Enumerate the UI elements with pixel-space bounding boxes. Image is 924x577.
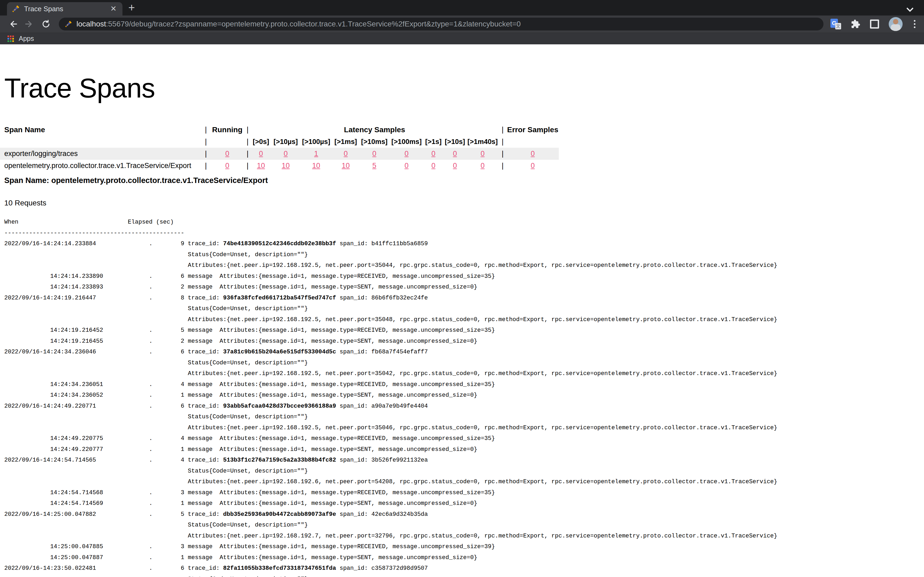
reload-button[interactable] bbox=[40, 18, 52, 30]
column-separator: | bbox=[202, 150, 210, 158]
summary-header-row: Span Name | Running | Latency Samples | … bbox=[0, 124, 559, 136]
tab-title: Trace Spans bbox=[24, 5, 109, 13]
latency-count-link[interactable]: 0 bbox=[404, 162, 409, 169]
running-count-cell: 0 bbox=[210, 150, 245, 158]
tab-strip: Trace Spans ✕ + bbox=[0, 0, 924, 16]
latency-count-cell: 0 bbox=[389, 162, 423, 170]
translate-wen: 文 bbox=[835, 23, 841, 29]
latency-count-link[interactable]: 0 bbox=[431, 150, 435, 158]
col-header-running: Running bbox=[210, 126, 245, 134]
url-origin: localhost bbox=[76, 20, 106, 28]
url-text: localhost:55679/debug/tracez?zspanname=o… bbox=[76, 20, 521, 28]
opentelemetry-favicon bbox=[65, 20, 72, 28]
latency-count-link[interactable]: 0 bbox=[480, 162, 485, 169]
latency-bucket-label: [>10ms] bbox=[359, 137, 389, 146]
latency-bucket-label: [>10s] bbox=[443, 137, 467, 146]
url-path: :55679/debug/tracez?zspanname=openteleme… bbox=[106, 20, 521, 28]
browser-tab[interactable]: Trace Spans ✕ bbox=[7, 2, 123, 16]
opentelemetry-favicon bbox=[12, 5, 20, 13]
latency-count-cell: 0 bbox=[467, 150, 499, 158]
side-panel-icon[interactable] bbox=[870, 19, 879, 29]
col-header-latency-samples: Latency Samples bbox=[250, 126, 499, 134]
back-button[interactable] bbox=[7, 18, 19, 30]
span-name-cell: exporter/logging/traces bbox=[0, 150, 202, 158]
latency-count-cell: 10 bbox=[250, 162, 271, 170]
latency-count-cell: 0 bbox=[443, 150, 467, 158]
latency-count-link[interactable]: 0 bbox=[404, 150, 409, 158]
latency-counts: 001000000 bbox=[250, 150, 499, 158]
latency-bucket-label: [>0s] bbox=[250, 137, 271, 146]
forward-button[interactable] bbox=[24, 18, 35, 30]
selected-span-heading: Span Name: opentelemetry.proto.collector… bbox=[4, 176, 924, 185]
latency-count-link[interactable]: 1 bbox=[314, 150, 318, 158]
error-count-link[interactable]: 0 bbox=[531, 162, 535, 169]
latency-count-link[interactable]: 0 bbox=[372, 150, 376, 158]
latency-bucket-label: [>100ms] bbox=[389, 137, 423, 146]
translate-icon[interactable]: G 文 bbox=[830, 19, 841, 29]
bookmarks-bar: Apps bbox=[0, 32, 924, 44]
span-summary-row: exporter/logging/traces|0|001000000|0 bbox=[0, 148, 559, 160]
trace-id: 74be418390512c42346cddb02e38bb3f bbox=[223, 240, 336, 247]
latency-count-link[interactable]: 0 bbox=[284, 150, 288, 158]
latency-count-link[interactable]: 10 bbox=[312, 162, 320, 169]
column-separator: | bbox=[499, 126, 507, 134]
latency-count-cell: 10 bbox=[332, 162, 359, 170]
column-separator: | bbox=[202, 162, 210, 170]
latency-bucket-label: [>100µs] bbox=[300, 137, 332, 146]
latency-count-link[interactable]: 10 bbox=[342, 162, 350, 169]
latency-count-link[interactable]: 5 bbox=[372, 162, 376, 169]
running-count-cell: 0 bbox=[210, 162, 245, 170]
browser-toolbar: localhost:55679/debug/tracez?zspanname=o… bbox=[0, 16, 924, 32]
trace-id: 82fa11055b338efcd733187347651fda bbox=[223, 565, 336, 572]
latency-counts: 1010101050000 bbox=[250, 162, 499, 170]
summary-bucket-header-row: | | [>0s][>10µs][>100µs][>1ms][>10ms][>1… bbox=[0, 136, 559, 148]
bookmark-apps[interactable]: Apps bbox=[19, 35, 34, 42]
profile-avatar[interactable] bbox=[889, 17, 903, 31]
latency-count-link[interactable]: 10 bbox=[257, 162, 265, 169]
latency-bucket-label: [>1ms] bbox=[332, 137, 359, 146]
address-bar[interactable]: localhost:55679/debug/tracez?zspanname=o… bbox=[59, 18, 824, 31]
tracez-page: Trace Spans Span Name | Running | Latenc… bbox=[0, 44, 924, 577]
latency-count-cell: 10 bbox=[271, 162, 300, 170]
latency-count-cell: 0 bbox=[443, 162, 467, 170]
column-separator: | bbox=[245, 162, 250, 170]
span-summary-row: opentelemetry.proto.collector.trace.v1.T… bbox=[0, 160, 559, 172]
new-tab-button[interactable]: + bbox=[128, 2, 135, 13]
latency-bucket-label: [>1s] bbox=[423, 137, 443, 146]
latency-bucket-labels: [>0s][>10µs][>100µs][>1ms][>10ms][>100ms… bbox=[250, 137, 499, 146]
latency-count-link[interactable]: 0 bbox=[431, 162, 435, 169]
latency-count-link[interactable]: 10 bbox=[281, 162, 289, 169]
column-separator: | bbox=[245, 126, 250, 134]
column-separator: | bbox=[245, 137, 250, 146]
error-count-link[interactable]: 0 bbox=[531, 150, 535, 158]
latency-count-cell: 0 bbox=[423, 162, 443, 170]
latency-count-link[interactable]: 0 bbox=[453, 150, 457, 158]
latency-count-cell: 5 bbox=[359, 162, 389, 170]
tab-close-icon[interactable]: ✕ bbox=[109, 4, 118, 14]
requests-log: When Elapsed (sec) ---------------------… bbox=[4, 217, 924, 577]
tab-search-chevron-icon[interactable] bbox=[908, 5, 913, 11]
column-separator: | bbox=[202, 137, 210, 146]
latency-count-cell: 0 bbox=[250, 150, 271, 158]
summary-rows: exporter/logging/traces|0|001000000|0ope… bbox=[0, 148, 559, 172]
trace-id: 936fa38fcfed661712ba547f5ed747cf bbox=[223, 295, 336, 301]
page-title: Trace Spans bbox=[4, 73, 924, 104]
latency-count-link[interactable]: 0 bbox=[259, 150, 263, 158]
trace-id: 37a81c9b615b204a6e515df533004d5c bbox=[223, 348, 336, 355]
latency-count-link[interactable]: 0 bbox=[453, 162, 457, 169]
error-count-cell: 0 bbox=[507, 150, 559, 158]
latency-count-link[interactable]: 0 bbox=[344, 150, 347, 158]
extensions-icon[interactable] bbox=[851, 19, 860, 29]
latency-count-cell: 0 bbox=[271, 150, 300, 158]
column-separator: | bbox=[499, 150, 507, 158]
running-count-link[interactable]: 0 bbox=[225, 162, 229, 169]
latency-count-link[interactable]: 0 bbox=[480, 150, 485, 158]
latency-count-cell: 0 bbox=[359, 150, 389, 158]
span-name-cell: opentelemetry.proto.collector.trace.v1.T… bbox=[0, 162, 202, 170]
latency-count-cell: 10 bbox=[300, 162, 332, 170]
latency-bucket-label: [>10µs] bbox=[271, 137, 300, 146]
browser-menu-icon[interactable] bbox=[912, 19, 917, 29]
running-count-link[interactable]: 0 bbox=[225, 150, 229, 158]
trace-id: dbb35e25936a90b4472cabb89073af9e bbox=[223, 511, 336, 518]
span-summary-table: Span Name | Running | Latency Samples | … bbox=[0, 124, 559, 172]
